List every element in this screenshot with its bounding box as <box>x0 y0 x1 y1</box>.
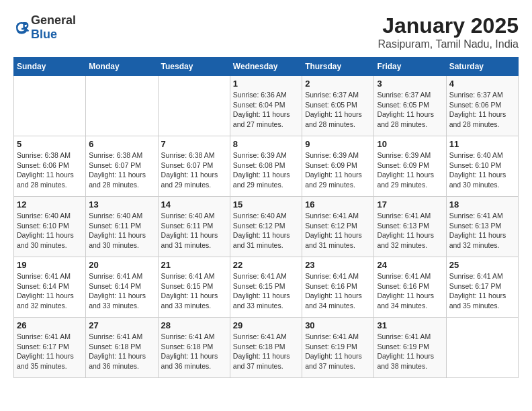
header-cell-tuesday: Tuesday <box>158 58 230 76</box>
title-block: January 2025 Rasipuram, Tamil Nadu, Indi… <box>378 13 519 50</box>
day-number: 13 <box>89 199 154 210</box>
calendar-cell: 17Sunrise: 6:41 AMSunset: 6:13 PMDayligh… <box>374 197 446 257</box>
day-number: 28 <box>161 320 227 330</box>
day-info: Sunrise: 6:41 AMSunset: 6:16 PMDaylight:… <box>377 271 443 311</box>
day-number: 21 <box>161 260 227 270</box>
calendar-cell: 28Sunrise: 6:41 AMSunset: 6:18 PMDayligh… <box>158 318 230 378</box>
calendar-cell: 16Sunrise: 6:41 AMSunset: 6:12 PMDayligh… <box>302 197 374 257</box>
day-info: Sunrise: 6:40 AMSunset: 6:12 PMDaylight:… <box>233 211 299 250</box>
day-info: Sunrise: 6:37 AMSunset: 6:05 PMDaylight:… <box>305 90 371 130</box>
calendar-cell: 4Sunrise: 6:37 AMSunset: 6:06 PMDaylight… <box>446 76 518 136</box>
day-number: 14 <box>161 199 227 210</box>
calendar-cell <box>158 76 230 136</box>
header-cell-thursday: Thursday <box>302 58 374 76</box>
day-number: 27 <box>89 320 154 330</box>
calendar-cell: 1Sunrise: 6:36 AMSunset: 6:04 PMDaylight… <box>230 76 302 136</box>
calendar-cell: 8Sunrise: 6:39 AMSunset: 6:08 PMDaylight… <box>230 136 302 197</box>
day-info: Sunrise: 6:41 AMSunset: 6:14 PMDaylight:… <box>89 271 154 311</box>
day-number: 19 <box>17 260 83 270</box>
week-row-4: 19Sunrise: 6:41 AMSunset: 6:14 PMDayligh… <box>14 257 519 318</box>
day-info: Sunrise: 6:41 AMSunset: 6:12 PMDaylight:… <box>305 211 371 250</box>
day-info: Sunrise: 6:41 AMSunset: 6:18 PMDaylight:… <box>233 332 299 371</box>
week-row-2: 5Sunrise: 6:38 AMSunset: 6:06 PMDaylight… <box>14 136 519 197</box>
day-number: 18 <box>449 199 515 210</box>
day-number: 5 <box>17 139 83 149</box>
day-number: 6 <box>89 139 154 149</box>
week-row-5: 26Sunrise: 6:41 AMSunset: 6:17 PMDayligh… <box>14 318 519 378</box>
calendar-cell: 24Sunrise: 6:41 AMSunset: 6:16 PMDayligh… <box>374 257 446 318</box>
header-row: SundayMondayTuesdayWednesdayThursdayFrid… <box>14 58 519 76</box>
day-number: 15 <box>233 199 299 210</box>
day-number: 22 <box>233 260 299 270</box>
day-info: Sunrise: 6:41 AMSunset: 6:13 PMDaylight:… <box>449 211 515 250</box>
calendar-cell: 27Sunrise: 6:41 AMSunset: 6:18 PMDayligh… <box>86 318 158 378</box>
day-info: Sunrise: 6:41 AMSunset: 6:18 PMDaylight:… <box>89 332 154 371</box>
day-number: 23 <box>305 260 371 270</box>
day-info: Sunrise: 6:41 AMSunset: 6:19 PMDaylight:… <box>377 332 443 371</box>
day-number: 16 <box>305 199 371 210</box>
day-info: Sunrise: 6:41 AMSunset: 6:13 PMDaylight:… <box>377 211 443 250</box>
day-info: Sunrise: 6:41 AMSunset: 6:15 PMDaylight:… <box>233 271 299 311</box>
day-number: 7 <box>161 139 227 149</box>
day-info: Sunrise: 6:41 AMSunset: 6:15 PMDaylight:… <box>161 271 227 311</box>
calendar-cell: 19Sunrise: 6:41 AMSunset: 6:14 PMDayligh… <box>14 257 86 318</box>
day-info: Sunrise: 6:41 AMSunset: 6:17 PMDaylight:… <box>449 271 515 311</box>
day-info: Sunrise: 6:38 AMSunset: 6:06 PMDaylight:… <box>17 150 83 190</box>
calendar-cell: 13Sunrise: 6:40 AMSunset: 6:11 PMDayligh… <box>86 197 158 257</box>
day-number: 17 <box>377 199 443 210</box>
calendar-cell: 12Sunrise: 6:40 AMSunset: 6:10 PMDayligh… <box>14 197 86 257</box>
header-cell-friday: Friday <box>374 58 446 76</box>
day-number: 20 <box>89 260 154 270</box>
calendar-cell: 30Sunrise: 6:41 AMSunset: 6:19 PMDayligh… <box>302 318 374 378</box>
calendar-cell: 6Sunrise: 6:38 AMSunset: 6:07 PMDaylight… <box>86 136 158 197</box>
calendar-cell: 22Sunrise: 6:41 AMSunset: 6:15 PMDayligh… <box>230 257 302 318</box>
calendar-cell: 2Sunrise: 6:37 AMSunset: 6:05 PMDaylight… <box>302 76 374 136</box>
day-info: Sunrise: 6:40 AMSunset: 6:11 PMDaylight:… <box>161 211 227 250</box>
calendar-cell: 18Sunrise: 6:41 AMSunset: 6:13 PMDayligh… <box>446 197 518 257</box>
header-cell-sunday: Sunday <box>14 58 86 76</box>
day-number: 30 <box>305 320 371 330</box>
calendar-cell: 3Sunrise: 6:37 AMSunset: 6:05 PMDaylight… <box>374 76 446 136</box>
calendar-cell <box>14 76 86 136</box>
calendar-cell: 25Sunrise: 6:41 AMSunset: 6:17 PMDayligh… <box>446 257 518 318</box>
header-cell-monday: Monday <box>86 58 158 76</box>
day-number: 1 <box>233 79 299 89</box>
calendar-cell: 10Sunrise: 6:39 AMSunset: 6:09 PMDayligh… <box>374 136 446 197</box>
calendar-body: 1Sunrise: 6:36 AMSunset: 6:04 PMDaylight… <box>14 76 519 378</box>
calendar-cell: 9Sunrise: 6:39 AMSunset: 6:09 PMDaylight… <box>302 136 374 197</box>
calendar-cell: 14Sunrise: 6:40 AMSunset: 6:11 PMDayligh… <box>158 197 230 257</box>
day-number: 9 <box>305 139 371 149</box>
day-number: 29 <box>233 320 299 330</box>
header-cell-saturday: Saturday <box>446 58 518 76</box>
day-number: 11 <box>449 139 515 149</box>
day-number: 2 <box>305 79 371 89</box>
day-number: 10 <box>377 139 443 149</box>
day-info: Sunrise: 6:39 AMSunset: 6:08 PMDaylight:… <box>233 150 299 190</box>
calendar-cell <box>86 76 158 136</box>
calendar-cell: 11Sunrise: 6:40 AMSunset: 6:10 PMDayligh… <box>446 136 518 197</box>
calendar-header: SundayMondayTuesdayWednesdayThursdayFrid… <box>14 58 519 76</box>
calendar-cell: 20Sunrise: 6:41 AMSunset: 6:14 PMDayligh… <box>86 257 158 318</box>
day-info: Sunrise: 6:36 AMSunset: 6:04 PMDaylight:… <box>233 90 299 130</box>
page-title: January 2025 <box>378 13 519 38</box>
day-number: 31 <box>377 320 443 330</box>
calendar-cell: 29Sunrise: 6:41 AMSunset: 6:18 PMDayligh… <box>230 318 302 378</box>
day-number: 24 <box>377 260 443 270</box>
logo-text-general: General <box>31 13 76 27</box>
day-number: 26 <box>17 320 83 330</box>
day-info: Sunrise: 6:38 AMSunset: 6:07 PMDaylight:… <box>161 150 227 190</box>
page-header: General Blue January 2025 Rasipuram, Tam… <box>13 13 519 50</box>
calendar-cell: 26Sunrise: 6:41 AMSunset: 6:17 PMDayligh… <box>14 318 86 378</box>
logo-icon <box>13 19 30 36</box>
calendar-cell: 31Sunrise: 6:41 AMSunset: 6:19 PMDayligh… <box>374 318 446 378</box>
day-info: Sunrise: 6:39 AMSunset: 6:09 PMDaylight:… <box>377 150 443 190</box>
day-info: Sunrise: 6:41 AMSunset: 6:14 PMDaylight:… <box>17 271 83 311</box>
day-info: Sunrise: 6:38 AMSunset: 6:07 PMDaylight:… <box>89 150 154 190</box>
day-info: Sunrise: 6:40 AMSunset: 6:10 PMDaylight:… <box>449 150 515 190</box>
header-cell-wednesday: Wednesday <box>230 58 302 76</box>
week-row-1: 1Sunrise: 6:36 AMSunset: 6:04 PMDaylight… <box>14 76 519 136</box>
day-number: 25 <box>449 260 515 270</box>
day-number: 8 <box>233 139 299 149</box>
day-info: Sunrise: 6:41 AMSunset: 6:16 PMDaylight:… <box>305 271 371 311</box>
day-info: Sunrise: 6:39 AMSunset: 6:09 PMDaylight:… <box>305 150 371 190</box>
